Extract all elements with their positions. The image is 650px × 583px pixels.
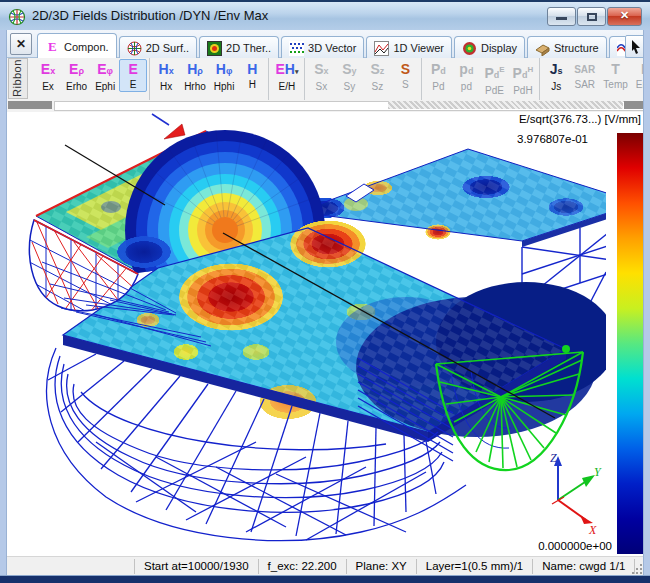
ribbon-button-glyph: S bbox=[401, 61, 410, 78]
ribbon-button-label: Temp bbox=[603, 78, 627, 91]
tab-label: 2D Surf.. bbox=[146, 42, 189, 54]
ribbon-button-glyph: H bbox=[247, 61, 257, 78]
ribbon-button-label: Ex bbox=[42, 80, 54, 93]
render-canvas: Z Y X E/sqrt(376.73...) [V/mm] 3.976807e… bbox=[6, 112, 644, 556]
ribbon-button-glyph: Ex bbox=[41, 61, 55, 80]
ribbon-button-label: Sy bbox=[344, 80, 356, 93]
tab-label: Structure bbox=[554, 42, 599, 54]
minimize-button[interactable] bbox=[547, 7, 576, 26]
status-field-2: Plane: XY bbox=[346, 559, 416, 574]
ribbon-button-pde[interactable]: PdEPdE bbox=[480, 59, 508, 98]
ribbon-button-label: Hrho bbox=[184, 80, 206, 93]
ribbon-close-button[interactable]: ✕ bbox=[10, 33, 32, 55]
ribbon-button-erho[interactable]: EρErho bbox=[62, 59, 91, 94]
green-marker-dot bbox=[562, 345, 570, 353]
scrollbar-thumb-right[interactable] bbox=[624, 101, 643, 109]
tab-1d-viewer[interactable]: 1D Viewer bbox=[366, 36, 452, 58]
ribbon-button-sz[interactable]: SzSz bbox=[363, 59, 391, 94]
ribbon-button-label: Js bbox=[551, 80, 561, 93]
cursor-icon bbox=[630, 40, 642, 54]
tab-icon-display bbox=[462, 41, 477, 56]
ribbon-button-glyph: PdH bbox=[513, 61, 534, 84]
ribbon-button-s[interactable]: SS bbox=[391, 59, 419, 92]
colorbar bbox=[617, 133, 643, 554]
tab-structure[interactable]: Structure bbox=[527, 36, 607, 58]
ribbon-button-glyph: Hx bbox=[159, 61, 174, 80]
ribbon-button-pd[interactable]: PdPd bbox=[424, 59, 452, 94]
ribbon-button-label: PdE bbox=[485, 84, 504, 97]
ribbon-button-glyph: Pd bbox=[431, 61, 446, 80]
minimize-icon bbox=[556, 17, 567, 20]
tab-bar: ✕ ECompon.2D Surf..2D Ther..3D Vector1D … bbox=[1, 30, 649, 58]
ribbon-button-temp[interactable]: TTemp bbox=[599, 59, 631, 92]
ribbon-button-ephi[interactable]: EφEphi bbox=[91, 59, 119, 94]
tab-2d-surf[interactable]: 2D Surf.. bbox=[119, 36, 197, 58]
ribbon-button-glyph: Eρ bbox=[69, 61, 84, 80]
tab-label: 3D Vector bbox=[308, 42, 356, 54]
axis-triad: Z Y X bbox=[550, 451, 602, 537]
tab-display[interactable]: Display bbox=[454, 36, 525, 58]
restore-button[interactable] bbox=[577, 7, 606, 26]
ribbon-button-pdh[interactable]: PdHPdH bbox=[509, 59, 538, 98]
tab-label: 2D Ther.. bbox=[226, 42, 271, 54]
ribbon-button-pd[interactable]: pdpd bbox=[452, 59, 480, 94]
axis-label-z: Z bbox=[550, 451, 557, 465]
scrollbar-hatch bbox=[388, 101, 623, 109]
ribbon-button-label: E/H bbox=[279, 80, 296, 93]
ribbon-button-glyph: SAR bbox=[574, 61, 595, 78]
ribbon-button-glyph: Js bbox=[550, 61, 563, 80]
status-bar: Start at=10000/1930f_exc: 22.200Plane: X… bbox=[6, 556, 644, 576]
tab-icon-viewer bbox=[374, 41, 389, 56]
svg-text:E: E bbox=[48, 39, 57, 54]
status-field-0: Start at=10000/1930 bbox=[134, 559, 258, 574]
tab-envelope[interactable]: Envelope bbox=[609, 36, 625, 58]
port-arrow bbox=[152, 114, 185, 139]
ribbon-group-0: ExExEρErhoEφEphiEE bbox=[32, 58, 150, 100]
ribbon-button-sy[interactable]: SySy bbox=[335, 59, 363, 94]
ribbon-group-4: PdPdpdpdPdEPdEPdHPdH bbox=[422, 58, 540, 100]
colorbar-max-value: 3.976807e-01 bbox=[517, 133, 588, 145]
window-border-left bbox=[0, 30, 7, 583]
ribbon-button-glyph: EH▾ bbox=[275, 61, 298, 80]
tab-3d-vector[interactable]: 3D Vector bbox=[281, 36, 364, 58]
ribbon-button-ex[interactable]: ExEx bbox=[34, 59, 62, 94]
ribbon-group-1: HxHxHρHrhoHφHphiHH bbox=[150, 58, 269, 100]
tab-icon-compon: E bbox=[45, 39, 60, 54]
ribbon-button-glyph: T bbox=[611, 61, 620, 78]
ribbon-button-e[interactable]: EE bbox=[119, 59, 147, 92]
ribbon-button-hrho[interactable]: HρHrho bbox=[180, 59, 210, 94]
status-field-3: Layer=1(0.5 mm)/1 bbox=[416, 559, 532, 574]
ribbon-vertical-tab[interactable]: Ribbon bbox=[8, 58, 28, 99]
tab-label: 1D Viewer bbox=[393, 42, 444, 54]
tab-compon[interactable]: ECompon. bbox=[37, 33, 117, 58]
app-window: 2D/3D Fields Distribution /DYN /Env Max … bbox=[0, 0, 650, 583]
ribbon-button-hphi[interactable]: HφHphi bbox=[210, 59, 239, 94]
ribbon-button-label: H bbox=[249, 78, 256, 91]
resize-grip[interactable] bbox=[632, 564, 642, 574]
close-button[interactable]: ✕ bbox=[607, 7, 642, 26]
ribbon-button-sx[interactable]: SxSx bbox=[307, 59, 335, 94]
tab-2d-ther[interactable]: 2D Ther.. bbox=[199, 36, 279, 58]
axis-label-x: X bbox=[588, 523, 597, 537]
ribbon-button-glyph: pd bbox=[459, 61, 473, 80]
ribbon-button-label: S bbox=[402, 78, 409, 91]
field-3d-viewport[interactable]: Z Y X bbox=[6, 112, 606, 556]
scrollbar-thumb-left[interactable] bbox=[8, 101, 52, 109]
window-title: 2D/3D Fields Distribution /DYN /Env Max bbox=[32, 8, 268, 23]
ribbon-button-js[interactable]: JsJs bbox=[542, 59, 570, 94]
ribbon-button-e-h[interactable]: EH▾E/H bbox=[271, 59, 302, 94]
ribbon-scrollbar[interactable] bbox=[6, 100, 644, 112]
ribbon-button-hx[interactable]: HxHx bbox=[152, 59, 180, 94]
ribbon-group-5: JsJsSARSARTTempHEnth bbox=[540, 58, 644, 100]
ribbon-button-glyph: Hρ bbox=[187, 61, 203, 80]
ribbon-button-glyph: Sy bbox=[342, 61, 356, 80]
ribbon-button-h[interactable]: HH bbox=[238, 59, 266, 92]
window-border-right bbox=[643, 30, 650, 583]
ribbon-button-label: Hphi bbox=[214, 80, 235, 93]
ribbon-button-label: Ephi bbox=[95, 80, 115, 93]
colorbar-min-value: 0.000000e+00 bbox=[538, 540, 612, 552]
restore-icon bbox=[587, 13, 597, 21]
window-border-bottom bbox=[0, 575, 650, 583]
ribbon-button-sar[interactable]: SARSAR bbox=[570, 59, 599, 92]
ribbon-button-label: Sx bbox=[316, 80, 328, 93]
